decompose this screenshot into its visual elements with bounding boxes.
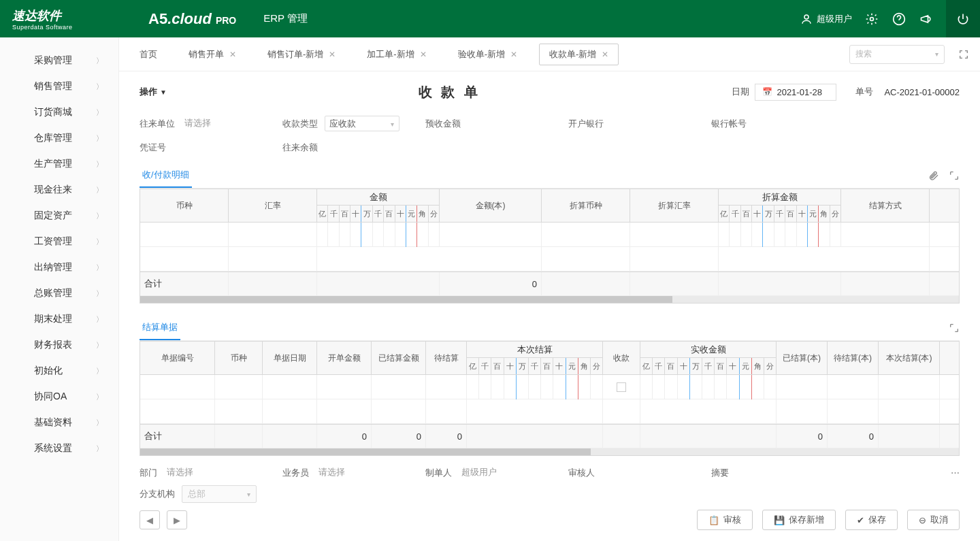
settings-button[interactable] [864, 12, 879, 27]
col-conv-amount: 折算金额 [719, 189, 841, 206]
next-button[interactable]: ▶ [167, 510, 187, 529]
expand-button[interactable] [949, 170, 960, 181]
summary-more-button[interactable]: ⋯ [951, 468, 960, 478]
user-menu[interactable]: 超级用户 [800, 13, 852, 25]
sidebar-item-label: 仓库管理 [34, 132, 72, 144]
customer-input[interactable]: 请选择 [182, 115, 243, 132]
grid-row[interactable] [140, 247, 959, 272]
bank-input[interactable] [610, 121, 672, 126]
sidebar-item[interactable]: 基础资料〉 [0, 410, 118, 436]
prev-button[interactable]: ◀ [140, 510, 160, 529]
save-button[interactable]: ✔ 保存 [845, 510, 898, 530]
sales-label: 业务员 [282, 467, 309, 479]
dept-input[interactable]: 请选择 [164, 464, 225, 481]
cancel-button[interactable]: ⊖ 取消 [907, 510, 960, 530]
tab-label: 加工单-新增 [367, 48, 414, 61]
voucher-label: 凭证号 [140, 142, 166, 154]
expand-button[interactable] [949, 323, 960, 333]
sidebar-item[interactable]: 生产管理〉 [0, 151, 118, 177]
chevron-right-icon: 〉 [96, 82, 103, 92]
horizontal-scrollbar[interactable] [140, 448, 959, 455]
sidebar-item[interactable]: 仓库管理〉 [0, 125, 118, 151]
chevron-right-icon: 〉 [96, 340, 103, 350]
col-settled-amount: 已结算金额 [372, 342, 426, 374]
expand-icon [949, 170, 960, 181]
sidebar-item[interactable]: 采购管理〉 [0, 48, 118, 73]
summary-label: 摘要 [711, 467, 729, 479]
col-this-settle-local: 本次结算(本) [879, 342, 940, 374]
voucher-input[interactable] [173, 146, 234, 150]
sidebar-item[interactable]: 初始化〉 [0, 358, 118, 384]
col-amount-local: 金额(本) [440, 189, 542, 222]
fullscreen-button[interactable] [958, 49, 969, 60]
sidebar-item[interactable]: 销售管理〉 [0, 73, 118, 99]
chevron-right-icon: 〉 [96, 211, 103, 221]
branch-select[interactable]: 总部 ▾ [182, 485, 257, 503]
search-dropdown[interactable]: 搜索 ▾ [849, 45, 945, 64]
close-icon[interactable]: ✕ [229, 50, 236, 59]
doc-no: AC-2021-01-00002 [884, 87, 960, 97]
audit-button[interactable]: 📋 审核 [697, 510, 753, 530]
chevron-right-icon: 〉 [96, 289, 103, 299]
sidebar-item[interactable]: 系统设置〉 [0, 436, 118, 461]
col-doc-no: 单据编号 [140, 342, 215, 374]
close-icon[interactable]: ✕ [420, 50, 427, 59]
notification-button[interactable] [919, 12, 934, 27]
date-label: 日期 [732, 86, 749, 98]
sidebar-item[interactable]: 工资管理〉 [0, 229, 118, 255]
tab-label: 收款单-新增 [549, 48, 596, 61]
chevron-right-icon: 〉 [96, 366, 103, 376]
col-doc-date: 单据日期 [263, 342, 317, 374]
sidebar-item[interactable]: 出纳管理〉 [0, 255, 118, 280]
tab[interactable]: 销售订单-新增✕ [258, 44, 345, 65]
sidebar-item[interactable]: 财务报表〉 [0, 332, 118, 358]
tab[interactable]: 收款单-新增✕ [539, 44, 619, 65]
sidebar-item[interactable]: 总账管理〉 [0, 280, 118, 306]
sidebar-item[interactable]: 固定资产〉 [0, 203, 118, 229]
sidebar-item[interactable]: 现金往来〉 [0, 177, 118, 203]
chevron-right-icon: 〉 [96, 237, 103, 247]
grid-row[interactable] [140, 375, 959, 399]
close-icon[interactable]: ✕ [602, 50, 608, 59]
tab[interactable]: 加工单-新增✕ [357, 44, 436, 65]
chevron-right-icon: 〉 [96, 314, 103, 325]
detail-tab[interactable]: 收/付款明细 [140, 163, 192, 188]
sidebar-item[interactable]: 订货商城〉 [0, 99, 118, 125]
help-icon [892, 12, 906, 26]
sidebar-item-label: 现金往来 [34, 184, 72, 196]
sidebar: 采购管理〉销售管理〉订货商城〉仓库管理〉生产管理〉现金往来〉固定资产〉工资管理〉… [0, 37, 119, 541]
operate-menu[interactable]: 操作▼ [140, 86, 167, 98]
app-header: 速达软件 Superdata Software A5.cloudPRO ERP … [0, 0, 980, 37]
save-new-button[interactable]: 💾 保存新增 [762, 510, 836, 530]
sidebar-item[interactable]: 协同OA〉 [0, 384, 118, 410]
tab[interactable]: 首页 [130, 44, 167, 65]
receive-checkbox[interactable] [617, 382, 626, 392]
tab[interactable]: 销售开单✕ [179, 44, 246, 65]
col-settled-local: 已结算(本) [777, 342, 828, 374]
close-icon[interactable]: ✕ [510, 50, 517, 59]
type-label: 收款类型 [282, 118, 318, 130]
acct-label: 银行帐号 [711, 118, 747, 130]
close-icon[interactable]: ✕ [329, 50, 336, 59]
grid-row[interactable] [140, 399, 959, 424]
tab[interactable]: 验收单-新增✕ [448, 44, 527, 65]
calendar-icon: 📅 [762, 87, 772, 97]
date-input[interactable]: 📅 2021-01-28 [755, 84, 836, 101]
grid-row[interactable] [140, 223, 959, 247]
horizontal-scrollbar[interactable] [140, 296, 959, 303]
pre-amount-input[interactable] [468, 121, 529, 126]
page-title: 收 款 单 [167, 83, 732, 101]
balance-input[interactable] [325, 146, 386, 150]
power-button[interactable] [956, 12, 970, 27]
sidebar-item[interactable]: 期末处理〉 [0, 306, 118, 332]
clipboard-icon: 📋 [708, 515, 719, 525]
col-open-amount: 开单金额 [317, 342, 372, 374]
type-select[interactable]: 应收款 [325, 116, 399, 131]
acct-input[interactable] [753, 121, 815, 126]
sales-input[interactable]: 请选择 [316, 464, 377, 481]
settle-tab[interactable]: 结算单据 [140, 316, 180, 340]
attachment-button[interactable] [928, 170, 939, 181]
col-currency: 币种 [215, 342, 263, 374]
help-button[interactable] [892, 12, 906, 27]
sidebar-item-label: 初始化 [34, 365, 63, 377]
